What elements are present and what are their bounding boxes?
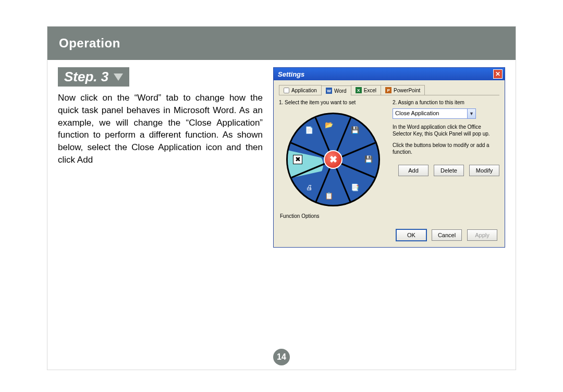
manual-page: Operation Step. 3 Now click on the “Word… — [47, 26, 516, 370]
function-dropdown[interactable]: Close Application ▼ — [393, 108, 476, 119]
section-title: Operation — [59, 36, 120, 50]
settings-dialog: Settings ✕ Application W Word — [273, 67, 505, 248]
dropdown-value: Close Application — [393, 109, 467, 118]
powerpoint-icon: P — [385, 87, 391, 93]
dialog-title: Settings — [278, 70, 304, 78]
quick-panel-wheel[interactable]: 📄 📂 💾 💾 📑 📋 🖨 ✖ ✖ — [283, 108, 384, 210]
cancel-button[interactable]: Cancel — [432, 229, 462, 241]
function-options-label: Function Options — [280, 213, 387, 219]
tab-col-right: 2. Assign a function to this item Close … — [393, 100, 499, 221]
tab-application[interactable]: Application — [279, 85, 322, 95]
close-icon: ✕ — [495, 70, 500, 78]
hint-text-1: In the Word application click the Office… — [393, 124, 499, 137]
excel-icon: X — [356, 87, 362, 93]
segment-print-icon[interactable]: 🖨 — [304, 183, 314, 192]
segment-open-icon[interactable]: 📂 — [324, 120, 334, 130]
hint-text-2: Click the buttons below to modify or add… — [393, 142, 499, 155]
tab-excel[interactable]: X Excel — [351, 85, 381, 95]
cancel-button-label: Cancel — [438, 232, 456, 238]
ok-button[interactable]: OK — [396, 229, 426, 241]
apply-button: Apply — [467, 229, 497, 241]
tab-col-left: 1. Select the item you want to set — [279, 100, 387, 221]
segment-copy-icon[interactable]: 📑 — [350, 183, 360, 192]
tab-strip: Application W Word X Excel P PowerPoin — [279, 85, 499, 95]
tab-label: Word — [334, 88, 347, 94]
right-column: Settings ✕ Application W Word — [273, 67, 505, 248]
dialog-close-button[interactable]: ✕ — [493, 69, 503, 79]
page-number: 14 — [273, 349, 290, 365]
wheel-center-close-icon[interactable]: ✖ — [324, 150, 342, 169]
ok-button-label: OK — [407, 232, 415, 238]
svg-marker-0 — [114, 74, 123, 81]
tab-label: Excel — [364, 88, 376, 93]
tab-content: 1. Select the item you want to set — [279, 100, 499, 221]
tab-label: PowerPoint — [394, 88, 420, 93]
tab-word[interactable]: W Word — [321, 85, 351, 95]
add-button[interactable]: Add — [398, 165, 429, 176]
tab-label: Application — [291, 88, 317, 93]
page-number-value: 14 — [277, 352, 286, 362]
segment-close-app-icon[interactable]: ✖ — [293, 155, 302, 164]
dialog-body: Application W Word X Excel P PowerPoin — [274, 80, 505, 247]
instruction-text: Now click on the “Word” tab to change ho… — [58, 92, 263, 166]
modify-button[interactable]: Modify — [469, 165, 499, 176]
segment-save-icon[interactable]: 💾 — [350, 126, 360, 135]
assign-function-label: 2. Assign a function to this item — [393, 100, 499, 105]
function-buttons-row: Add Delete Modify — [393, 165, 499, 176]
dialog-titlebar: Settings ✕ — [274, 68, 505, 80]
word-icon: W — [326, 88, 332, 94]
chevron-down-icon[interactable]: ▼ — [467, 109, 475, 118]
dialog-footer: OK Cancel Apply — [279, 229, 499, 241]
left-column: Step. 3 Now click on the “Word” tab to c… — [58, 67, 263, 166]
segment-floppy-icon[interactable]: 💾 — [364, 155, 373, 164]
delete-button[interactable]: Delete — [434, 165, 464, 176]
add-button-label: Add — [408, 167, 419, 174]
chevron-down-icon — [114, 74, 123, 81]
content-row: Step. 3 Now click on the “Word” tab to c… — [47, 60, 516, 248]
segment-paste-icon[interactable]: 📋 — [324, 191, 334, 201]
wheel-disc: 📄 📂 💾 💾 📑 📋 🖨 ✖ ✖ — [286, 113, 380, 206]
modify-button-label: Modify — [476, 167, 493, 174]
tab-powerpoint[interactable]: P PowerPoint — [381, 85, 425, 95]
section-header: Operation — [47, 27, 516, 60]
select-item-label: 1. Select the item you want to set — [279, 100, 387, 105]
application-icon — [284, 88, 289, 93]
apply-button-label: Apply — [475, 232, 489, 238]
step-label: Step. 3 — [64, 69, 108, 85]
delete-button-label: Delete — [440, 167, 457, 174]
step-badge: Step. 3 — [58, 67, 129, 87]
segment-new-doc-icon[interactable]: 📄 — [304, 126, 314, 135]
